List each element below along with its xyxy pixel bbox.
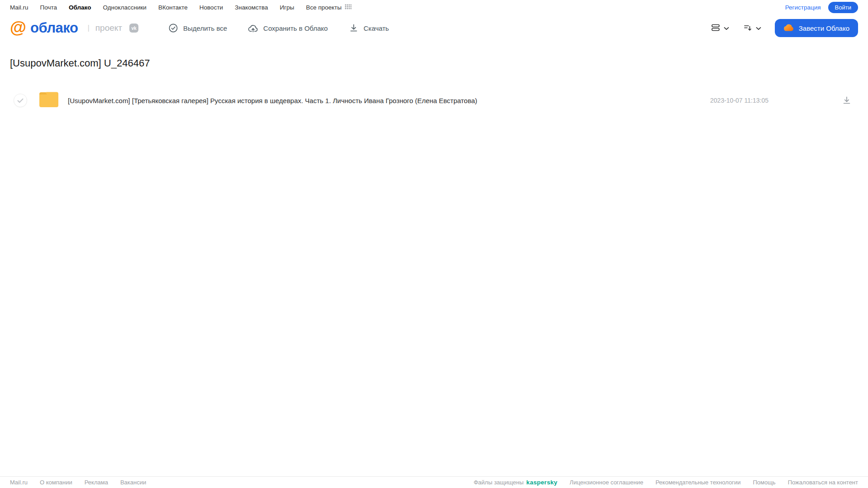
- sort-dropdown[interactable]: [743, 23, 761, 34]
- topnav-link-all-projects[interactable]: Все проекты: [306, 4, 351, 11]
- cloud-header: @ облако | проект vk Выделить все: [0, 15, 868, 41]
- select-all-button[interactable]: Выделить все: [168, 23, 227, 33]
- download-icon: [842, 95, 852, 105]
- save-to-cloud-button[interactable]: Сохранить в Облако: [248, 23, 328, 33]
- mailru-at-icon: @: [10, 19, 26, 36]
- topnav-link-mailru[interactable]: Mail.ru: [10, 4, 28, 11]
- kaspersky-logo: kaspersky: [526, 479, 558, 486]
- row-download-button[interactable]: [842, 95, 852, 105]
- download-icon: [349, 23, 359, 33]
- footer-link-license[interactable]: Лицензионное соглашение: [569, 479, 643, 486]
- footer-link-about[interactable]: О компании: [40, 479, 72, 486]
- footer: Mail.ru О компании Реклама Вакансии Файл…: [0, 476, 868, 488]
- topnav-link-mail[interactable]: Почта: [40, 4, 57, 11]
- apps-grid-icon: [345, 4, 351, 11]
- protected-label: Файлы защищены: [474, 479, 523, 486]
- file-date: 2023-10-07 11:13:05: [710, 97, 768, 104]
- kaspersky-protected: Файлы защищены kaspersky: [474, 479, 557, 486]
- footer-left-links: Mail.ru О компании Реклама Вакансии: [10, 479, 146, 486]
- topnav-link-odnoklassniki[interactable]: Одноклассники: [103, 4, 146, 11]
- check-circle-icon: [168, 23, 178, 33]
- footer-link-report-content[interactable]: Пожаловаться на контент: [788, 479, 858, 486]
- view-mode-dropdown[interactable]: [711, 23, 729, 34]
- folder-icon: [38, 91, 59, 110]
- orange-cloud-icon: [783, 24, 794, 33]
- topnav-link-news[interactable]: Новости: [199, 4, 223, 11]
- footer-link-recommendation-tech[interactable]: Рекомендательные технологии: [655, 479, 740, 486]
- row-checkbox[interactable]: [14, 94, 27, 107]
- topnav-link-vkontakte[interactable]: ВКонтакте: [158, 4, 188, 11]
- topnav-link-dating[interactable]: Знакомства: [235, 4, 268, 11]
- footer-link-mailru[interactable]: Mail.ru: [10, 479, 28, 486]
- topnav-link-cloud[interactable]: Облако: [69, 4, 91, 11]
- cloud-logo[interactable]: @ облако | проект vk: [10, 20, 138, 37]
- login-button[interactable]: Войти: [828, 2, 858, 13]
- footer-link-ads[interactable]: Реклама: [85, 479, 108, 486]
- chevron-down-icon: [756, 25, 761, 32]
- project-label: проект: [95, 23, 122, 33]
- all-projects-label: Все проекты: [306, 4, 342, 11]
- vk-badge-icon: vk: [129, 24, 138, 33]
- file-row[interactable]: [UsupovMarket.com] [Третьяковская галере…: [0, 88, 868, 113]
- cloud-logo-text: облако: [30, 20, 78, 36]
- register-link[interactable]: Регистрация: [785, 4, 821, 11]
- page-title: [UsupovMarket.com] U_246467: [10, 57, 868, 69]
- get-cloud-label: Завести Облако: [799, 24, 849, 32]
- list-view-icon: [711, 23, 721, 34]
- header-right-controls: Завести Облако: [711, 19, 858, 37]
- select-all-label: Выделить все: [183, 24, 227, 32]
- get-cloud-button[interactable]: Завести Облако: [775, 19, 858, 37]
- file-name-link[interactable]: [UsupovMarket.com] [Третьяковская галере…: [68, 97, 477, 104]
- cloud-upload-icon: [248, 23, 258, 33]
- logo-divider: |: [87, 24, 89, 33]
- download-label: Скачать: [364, 24, 389, 32]
- sort-icon: [743, 23, 753, 34]
- chevron-down-icon: [724, 25, 729, 32]
- footer-link-jobs[interactable]: Вакансии: [120, 479, 146, 486]
- download-button[interactable]: Скачать: [349, 23, 389, 33]
- file-list: [UsupovMarket.com] [Третьяковская галере…: [0, 88, 868, 113]
- footer-right-links: Файлы защищены kaspersky Лицензионное со…: [474, 479, 858, 486]
- footer-link-help[interactable]: Помощь: [753, 479, 775, 486]
- check-icon: [17, 98, 24, 103]
- file-toolbar: Выделить все Сохранить в Облако Скач: [168, 23, 389, 33]
- portal-nav: Mail.ru Почта Облако Одноклассники ВКонт…: [0, 0, 868, 15]
- topnav-auth: Регистрация Войти: [785, 2, 858, 13]
- save-to-cloud-label: Сохранить в Облако: [263, 24, 328, 32]
- topnav-link-games[interactable]: Игры: [280, 4, 294, 11]
